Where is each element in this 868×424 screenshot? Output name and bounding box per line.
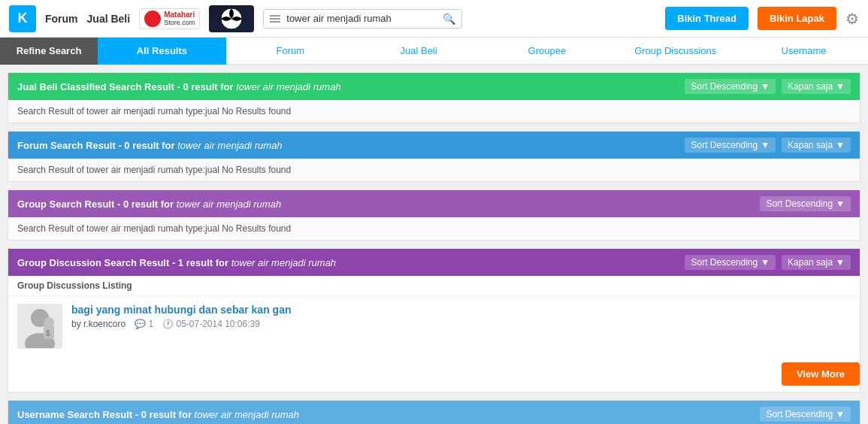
nav-forum[interactable]: Forum bbox=[45, 13, 78, 25]
tab-forum[interactable]: Forum bbox=[226, 38, 355, 65]
group-discussion-kapan-button[interactable]: Kapan saja ▼ bbox=[782, 255, 851, 270]
search-input[interactable] bbox=[286, 13, 443, 24]
avatar: $ bbox=[17, 304, 62, 349]
main-content: Jual Beli Classified Search Result - 0 r… bbox=[0, 65, 868, 424]
discussion-title-link[interactable]: bagi yang minat hubungi dan sebar kan ga… bbox=[71, 304, 851, 316]
chevron-down-icon: ▼ bbox=[761, 81, 770, 92]
search-box: 🔍 bbox=[263, 9, 462, 29]
tab-jual-beli[interactable]: Jual Beli bbox=[355, 38, 483, 65]
username-controls: Sort Descending ▼ bbox=[760, 407, 851, 422]
svg-point-4 bbox=[44, 317, 54, 328]
username-header: Username Search Result - 0 result for to… bbox=[8, 401, 860, 424]
forum-header: Forum Search Result - 0 result for tower… bbox=[8, 132, 860, 159]
jual-beli-sort-button[interactable]: Sort Descending ▼ bbox=[685, 79, 776, 94]
tab-username[interactable]: Username bbox=[739, 38, 868, 65]
discussion-meta: by r.koencoro 💬 1 🕐 05-07-2014 10:06:39 bbox=[71, 319, 851, 329]
kaskus-logo[interactable]: K bbox=[9, 5, 36, 32]
chevron-down-icon: ▼ bbox=[761, 257, 770, 268]
username-title: Username Search Result - 0 result for to… bbox=[17, 409, 299, 420]
jual-beli-section: Jual Beli Classified Search Result - 0 r… bbox=[8, 72, 860, 123]
jual-beli-controls: Sort Descending ▼ Kapan saja ▼ bbox=[685, 79, 851, 94]
chevron-down-icon: ▼ bbox=[836, 198, 845, 209]
forum-controls: Sort Descending ▼ Kapan saja ▼ bbox=[685, 138, 851, 153]
matahari-store-logo[interactable]: Matahari Store.com bbox=[139, 8, 200, 29]
tab-all-results[interactable]: All Results bbox=[98, 38, 226, 65]
matahari-sun-icon bbox=[144, 11, 161, 27]
header: K Forum Jual Beli Matahari Store.com 🔍 B… bbox=[0, 0, 868, 38]
group-controls: Sort Descending ▼ bbox=[760, 196, 851, 211]
group-discussion-section: Group Discussion Search Result - 1 resul… bbox=[8, 248, 860, 392]
group-body: Search Result of tower air menjadi rumah… bbox=[8, 217, 860, 240]
matahari-store-text: Store.com bbox=[164, 19, 195, 26]
jual-beli-title: Jual Beli Classified Search Result - 0 r… bbox=[17, 81, 341, 92]
search-button[interactable]: 🔍 bbox=[443, 13, 455, 25]
forum-section: Forum Search Result - 0 result for tower… bbox=[8, 131, 860, 182]
chevron-down-icon: ▼ bbox=[761, 140, 770, 150]
group-discussion-sort-button[interactable]: Sort Descending ▼ bbox=[685, 255, 776, 270]
group-title: Group Search Result - 0 result for tower… bbox=[17, 198, 281, 210]
forum-title: Forum Search Result - 0 result for tower… bbox=[17, 140, 283, 151]
tab-groupee[interactable]: Groupee bbox=[482, 38, 611, 65]
listing-header: Group Discussions Listing bbox=[8, 276, 860, 296]
bundul-ball-icon bbox=[211, 6, 252, 32]
discussion-comment-count: 💬 1 bbox=[135, 319, 153, 329]
menu-icon bbox=[270, 15, 280, 23]
username-sort-button[interactable]: Sort Descending ▼ bbox=[760, 407, 851, 422]
jual-beli-kapan-button[interactable]: Kapan saja ▼ bbox=[782, 79, 851, 94]
group-section: Group Search Result - 0 result for tower… bbox=[8, 189, 860, 241]
chevron-down-icon: ▼ bbox=[836, 81, 845, 92]
discussion-author: by r.koencoro bbox=[71, 319, 126, 329]
discussion-item: $ bagi yang minat hubungi dan sebar kan … bbox=[8, 296, 860, 356]
group-discussion-controls: Sort Descending ▼ Kapan saja ▼ bbox=[685, 255, 851, 270]
group-header: Group Search Result - 0 result for tower… bbox=[8, 190, 860, 217]
bundul-italia-logo[interactable] bbox=[209, 5, 254, 32]
nav-jual-beli[interactable]: Jual Beli bbox=[87, 13, 131, 25]
view-more-container: View More bbox=[8, 356, 860, 392]
forum-sort-button[interactable]: Sort Descending ▼ bbox=[685, 138, 776, 153]
tab-refine-search[interactable]: Refine Search bbox=[0, 38, 98, 65]
settings-button[interactable]: ⚙ bbox=[845, 10, 859, 28]
tabs-bar: Refine Search All Results Forum Jual Bel… bbox=[0, 38, 868, 65]
forum-body: Search Result of tower air menjadi rumah… bbox=[8, 159, 860, 181]
svg-text:$: $ bbox=[46, 329, 50, 338]
jual-beli-body: Search Result of tower air menjadi rumah… bbox=[8, 100, 860, 123]
group-discussion-title: Group Discussion Search Result - 1 resul… bbox=[17, 257, 336, 268]
jual-beli-header: Jual Beli Classified Search Result - 0 r… bbox=[8, 73, 860, 100]
forum-kapan-button[interactable]: Kapan saja ▼ bbox=[782, 138, 851, 153]
user-avatar-icon: $ bbox=[21, 304, 59, 348]
view-more-button[interactable]: View More bbox=[782, 362, 860, 386]
bikin-thread-button[interactable]: Bikin Thread bbox=[665, 7, 749, 30]
username-section: Username Search Result - 0 result for to… bbox=[8, 400, 860, 424]
chevron-down-icon: ▼ bbox=[836, 409, 845, 419]
bikin-lapak-button[interactable]: Bikin Lapak bbox=[758, 7, 836, 30]
discussion-info: bagi yang minat hubungi dan sebar kan ga… bbox=[71, 304, 851, 329]
chevron-down-icon: ▼ bbox=[836, 140, 845, 150]
matahari-text: Matahari bbox=[164, 11, 195, 19]
group-sort-button[interactable]: Sort Descending ▼ bbox=[760, 196, 851, 211]
tab-group-discussions[interactable]: Group Discussions bbox=[611, 38, 739, 65]
discussion-date: 🕐 05-07-2014 10:06:39 bbox=[162, 319, 260, 329]
chevron-down-icon: ▼ bbox=[836, 257, 845, 268]
group-discussion-header: Group Discussion Search Result - 1 resul… bbox=[8, 249, 860, 276]
